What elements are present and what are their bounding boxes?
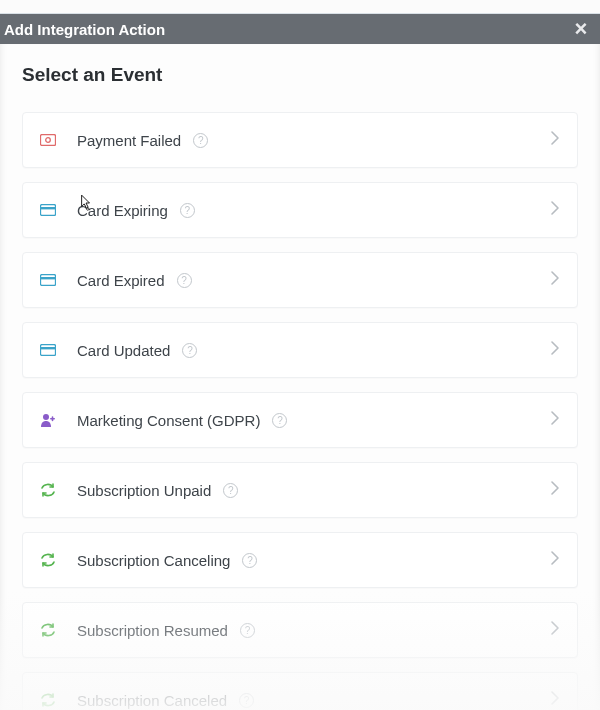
event-label: Subscription Canceled xyxy=(77,692,227,709)
cycle-icon xyxy=(37,479,59,501)
event-label: Marketing Consent (GDPR) xyxy=(77,412,260,429)
chevron-right-icon xyxy=(551,551,559,569)
event-label: Subscription Resumed xyxy=(77,622,228,639)
event-label: Payment Failed xyxy=(77,132,181,149)
event-row-subscription-canceling[interactable]: Subscription Canceling? xyxy=(22,532,578,588)
section-title: Select an Event xyxy=(0,64,600,98)
chevron-right-icon xyxy=(551,411,559,429)
svg-rect-6 xyxy=(41,345,56,356)
card-icon xyxy=(37,199,59,221)
event-row-card-expired[interactable]: Card Expired? xyxy=(22,252,578,308)
event-row-subscription-resumed[interactable]: Subscription Resumed? xyxy=(22,602,578,658)
svg-point-8 xyxy=(43,414,49,420)
help-icon[interactable]: ? xyxy=(239,693,254,708)
cycle-icon xyxy=(37,549,59,571)
svg-rect-2 xyxy=(41,205,56,216)
help-icon[interactable]: ? xyxy=(193,133,208,148)
modal-header: Add Integration Action × xyxy=(0,14,600,44)
chevron-right-icon xyxy=(551,271,559,289)
card-icon xyxy=(37,269,59,291)
event-label: Card Expiring xyxy=(77,202,168,219)
close-icon[interactable]: × xyxy=(570,18,592,40)
event-label: Subscription Unpaid xyxy=(77,482,211,499)
svg-rect-4 xyxy=(41,275,56,286)
help-icon[interactable]: ? xyxy=(180,203,195,218)
svg-point-1 xyxy=(46,138,51,143)
help-icon[interactable]: ? xyxy=(242,553,257,568)
event-row-subscription-canceled[interactable]: Subscription Canceled? xyxy=(22,672,578,710)
svg-rect-7 xyxy=(41,347,56,349)
chevron-right-icon xyxy=(551,481,559,499)
chevron-right-icon xyxy=(551,131,559,149)
event-label: Card Updated xyxy=(77,342,170,359)
window-chrome-strip xyxy=(0,0,600,14)
svg-rect-3 xyxy=(41,207,56,209)
svg-rect-0 xyxy=(41,135,56,146)
event-row-marketing-consent[interactable]: Marketing Consent (GDPR)? xyxy=(22,392,578,448)
event-row-card-expiring[interactable]: Card Expiring? xyxy=(22,182,578,238)
event-label: Subscription Canceling xyxy=(77,552,230,569)
svg-rect-10 xyxy=(52,416,54,421)
chevron-right-icon xyxy=(551,341,559,359)
cash-icon xyxy=(37,129,59,151)
cycle-icon xyxy=(37,689,59,710)
chevron-right-icon xyxy=(551,621,559,639)
help-icon[interactable]: ? xyxy=(272,413,287,428)
help-icon[interactable]: ? xyxy=(182,343,197,358)
event-list: Payment Failed?Card Expiring?Card Expire… xyxy=(0,98,600,710)
help-icon[interactable]: ? xyxy=(177,273,192,288)
help-icon[interactable]: ? xyxy=(240,623,255,638)
chevron-right-icon xyxy=(551,691,559,709)
help-icon[interactable]: ? xyxy=(223,483,238,498)
modal-body: Select an Event Payment Failed?Card Expi… xyxy=(0,44,600,710)
modal-title: Add Integration Action xyxy=(4,21,570,38)
event-label: Card Expired xyxy=(77,272,165,289)
event-row-subscription-unpaid[interactable]: Subscription Unpaid? xyxy=(22,462,578,518)
event-row-payment-failed[interactable]: Payment Failed? xyxy=(22,112,578,168)
person-icon xyxy=(37,409,59,431)
card-icon xyxy=(37,339,59,361)
event-row-card-updated[interactable]: Card Updated? xyxy=(22,322,578,378)
cycle-icon xyxy=(37,619,59,641)
svg-rect-5 xyxy=(41,277,56,279)
chevron-right-icon xyxy=(551,201,559,219)
